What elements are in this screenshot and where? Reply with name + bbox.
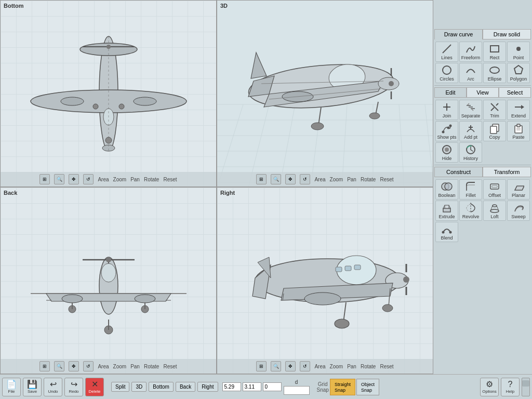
view-tab[interactable]: View: [467, 87, 499, 98]
copy-tool[interactable]: Copy: [483, 121, 506, 141]
sweep-tool[interactable]: Sweep: [507, 201, 530, 221]
fillet-tool[interactable]: Fillet: [459, 179, 482, 200]
transform-tab[interactable]: Transform: [483, 167, 531, 177]
point-tool[interactable]: Point: [507, 42, 530, 62]
freeform-tool[interactable]: Freeform: [459, 42, 482, 62]
coordinates-box: [222, 382, 282, 391]
ellipse-icon: [489, 64, 500, 76]
blend-tool[interactable]: Blend: [435, 222, 458, 242]
right-pan-icon[interactable]: ✥: [285, 361, 296, 371]
right-area-icon[interactable]: ⊞: [256, 361, 267, 371]
loft-tool[interactable]: Loft: [483, 201, 506, 221]
revolve-icon: [465, 202, 476, 214]
offset-tool[interactable]: Offset: [483, 179, 506, 200]
separate-tool[interactable]: Separate: [459, 100, 482, 120]
back-view-button[interactable]: Back: [176, 382, 195, 392]
right-zoom-icon[interactable]: 🔍: [271, 361, 281, 371]
back-area-label: Area: [98, 364, 109, 369]
area-icon[interactable]: ⊞: [39, 174, 50, 184]
polygon-tool[interactable]: Polygon: [507, 63, 530, 83]
viewport-back-label: Back: [4, 190, 17, 196]
select-tab[interactable]: Select: [499, 87, 531, 98]
zoom-label: Zoom: [113, 177, 127, 182]
svg-point-107: [445, 183, 452, 190]
zoom-icon[interactable]: 🔍: [54, 174, 64, 184]
rotate-icon[interactable]: ↺: [83, 174, 94, 184]
coord-y-field[interactable]: [243, 382, 261, 391]
svg-rect-109: [492, 185, 497, 188]
back-rotate-icon[interactable]: ↺: [83, 361, 94, 371]
svg-rect-98: [490, 126, 497, 134]
revolve-tool[interactable]: Revolve: [459, 201, 482, 221]
options-button[interactable]: ⚙ Options: [480, 378, 499, 396]
lines-tool[interactable]: Lines: [435, 42, 458, 62]
viewport-right[interactable]: Right: [217, 187, 433, 374]
object-snap-button[interactable]: Object Snap: [356, 379, 379, 395]
svg-point-10: [119, 104, 124, 109]
viewport-3d[interactable]: 3D: [217, 0, 433, 187]
scroll-handle[interactable]: [522, 378, 530, 396]
circles-tool[interactable]: Circles: [435, 63, 458, 83]
join-tool[interactable]: Join: [435, 100, 458, 120]
ellipse-tool[interactable]: Ellipse: [483, 63, 506, 83]
add-pt-tool[interactable]: Add pt: [459, 121, 482, 141]
back-area-icon[interactable]: ⊞: [39, 361, 50, 371]
construct-tab[interactable]: Construct: [434, 167, 483, 177]
right-rotate-icon[interactable]: ↺: [300, 361, 310, 371]
history-tool[interactable]: History: [459, 142, 482, 163]
3d-view-button[interactable]: 3D: [131, 382, 147, 392]
rect-tool[interactable]: Rect: [483, 42, 506, 62]
boolean-tool[interactable]: Boolean: [435, 179, 458, 200]
right-view-button[interactable]: Right: [197, 382, 218, 392]
3d-zoom-icon[interactable]: 🔍: [271, 174, 281, 184]
split-view-button[interactable]: Split: [111, 382, 129, 392]
svg-point-72: [382, 304, 393, 312]
3d-pan-icon[interactable]: ✥: [285, 174, 296, 184]
coord-x-field[interactable]: [222, 382, 241, 391]
redo-icon: ↪: [71, 380, 77, 389]
back-reset-label: Reset: [163, 364, 177, 369]
history-icon: [465, 144, 476, 155]
add-pt-icon: [465, 123, 476, 134]
svg-point-93: [447, 127, 450, 129]
pan-icon[interactable]: ✥: [69, 174, 79, 184]
trim-tool[interactable]: Trim: [483, 100, 506, 120]
hide-tool[interactable]: Hide: [435, 142, 458, 163]
arc-icon: [465, 64, 476, 76]
arc-tool[interactable]: Arc: [459, 63, 482, 83]
svg-rect-114: [445, 205, 449, 208]
redo-button[interactable]: ↪ Redo: [64, 378, 83, 396]
paste-tool[interactable]: Paste: [507, 121, 530, 141]
draw-curve-tab[interactable]: Draw curve: [434, 29, 483, 39]
svg-point-41: [389, 81, 394, 86]
circles-icon: [441, 64, 453, 76]
edit-tab[interactable]: Edit: [434, 87, 467, 98]
coord-d-field[interactable]: [284, 386, 310, 395]
svg-point-53: [106, 257, 111, 262]
bottom-view-button[interactable]: Bottom: [149, 382, 174, 392]
extend-icon: [513, 101, 524, 113]
viewport-3d-toolbar: ⊞ 🔍 ✥ ↺ Area Zoom Pan Rotate Reset: [217, 172, 433, 187]
viewport-back[interactable]: Back: [0, 187, 217, 374]
help-button[interactable]: ? Help: [501, 378, 520, 396]
extend-tool[interactable]: Extend: [507, 100, 530, 120]
extrude-tool[interactable]: Extrude: [435, 201, 458, 221]
svg-point-9: [93, 104, 98, 109]
delete-button[interactable]: ✕ Delete: [85, 378, 104, 396]
3d-rotate-icon[interactable]: ↺: [300, 174, 310, 184]
coord-z-field[interactable]: [263, 382, 282, 391]
back-zoom-icon[interactable]: 🔍: [54, 361, 64, 371]
extrude-icon: [441, 202, 453, 214]
viewport-bottom[interactable]: Bottom ⊞ 🔍: [0, 0, 217, 187]
planar-tool[interactable]: Planar: [507, 179, 530, 200]
file-button[interactable]: 📄 File: [2, 378, 21, 396]
back-pan-icon[interactable]: ✥: [69, 361, 79, 371]
undo-button[interactable]: ↩ Undo: [44, 378, 62, 396]
save-button[interactable]: 💾 Save: [23, 378, 42, 396]
straight-snap-button[interactable]: Straight Snap: [330, 379, 355, 395]
coord-d-label: d: [295, 379, 298, 385]
svg-point-122: [442, 231, 445, 234]
draw-solid-tab[interactable]: Draw solid: [483, 29, 531, 39]
3d-area-icon[interactable]: ⊞: [256, 174, 267, 184]
show-pts-tool[interactable]: Show pts: [435, 121, 458, 141]
